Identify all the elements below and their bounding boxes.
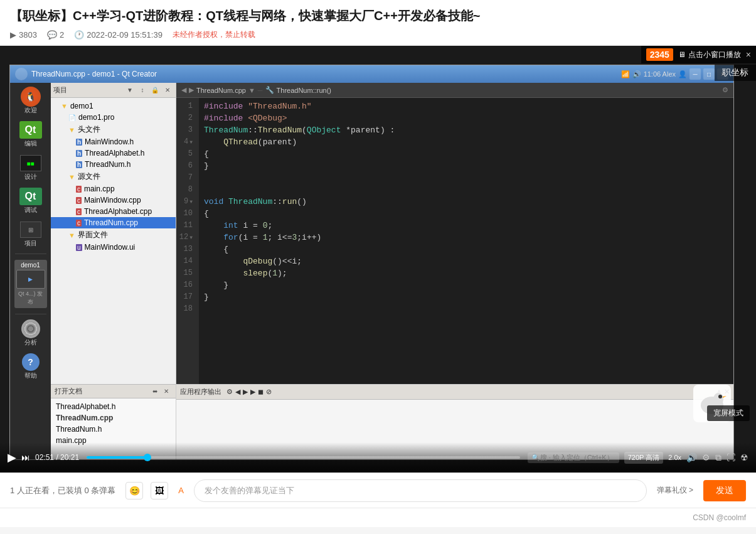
output-toolbar: 应用程序输出 ⚙ ◀ ▶ ▶ ◼ ⊘ ∧ ✕	[176, 385, 733, 400]
send-button[interactable]: 发送	[703, 480, 746, 501]
pip-ctrl[interactable]: ⧉	[715, 452, 721, 463]
search-input[interactable]	[540, 454, 615, 461]
close-2345-btn[interactable]: ×	[746, 50, 751, 60]
tree-item-main-cpp[interactable]: c main.cpp	[51, 183, 176, 195]
open-file-threadnum-cpp[interactable]: ThreadNum.cpp	[53, 412, 173, 424]
output-clear-btn[interactable]: ⊘	[266, 388, 272, 396]
widescreen-btn[interactable]: 宽屏模式	[707, 405, 750, 421]
tree-folder-source[interactable]: ▼ 源文件	[51, 170, 176, 183]
tree-root[interactable]: ▼ demo1	[51, 100, 176, 112]
filter-btn[interactable]: ▼	[124, 85, 136, 96]
nav-forward-btn[interactable]: ▶	[189, 86, 194, 94]
sidebar-help[interactable]: ? 帮助	[13, 351, 49, 383]
output-settings-icon[interactable]: ⚙	[226, 388, 233, 396]
sidebar-edit[interactable]: Qt 编辑	[13, 119, 49, 151]
output-nav-fwd[interactable]: ▶	[243, 388, 248, 396]
welcome-label: 欢迎	[24, 106, 37, 115]
ln-9: 9▼	[179, 196, 196, 208]
settings-ctrl[interactable]: ⚙	[702, 452, 710, 462]
design-label: 设计	[24, 173, 37, 181]
sidebar-project[interactable]: ⊞ 项目	[13, 218, 49, 250]
sidebar-design[interactable]: ■■ 设计	[13, 152, 49, 184]
qt-body: 🐧 欢迎 Qt 编辑 ■■	[10, 83, 733, 459]
tree-item-mainwindow-cpp[interactable]: c MainWindow.cpp	[51, 195, 176, 206]
sidebar-sep2	[15, 314, 46, 314]
emoji-icon[interactable]: 😊	[125, 482, 143, 499]
ln-18: 18	[179, 303, 196, 315]
fullscreen-ctrl[interactable]: ⛶	[727, 452, 735, 462]
tree-item-mainwindow-ui[interactable]: u MainWindow.ui	[51, 242, 176, 253]
more-ctrl[interactable]: ☢	[740, 452, 748, 462]
play-button[interactable]: ▶	[8, 451, 16, 464]
ln-12: 12▼	[179, 232, 196, 243]
ln-1: 1	[179, 100, 196, 112]
danmu-setting[interactable]: 弹幕礼仪 >	[657, 485, 693, 496]
volume-ctrl[interactable]: 🔊	[686, 452, 697, 462]
folder-ui-label: 界面文件	[78, 230, 108, 240]
ln-11: 11	[179, 220, 196, 232]
time-display: 11:06 Alex	[644, 70, 676, 78]
code-line-10: {	[204, 208, 728, 220]
ln-4: 4▼	[179, 136, 196, 148]
edit-label: 编辑	[24, 139, 37, 148]
tree-item-threadnum-h[interactable]: h ThreadNum.h	[51, 159, 176, 170]
speed-btn[interactable]: 2.0x	[668, 454, 681, 461]
progress-dot	[144, 454, 151, 461]
open-file-threadalphabet-h[interactable]: ThreadAlphabet.h	[53, 401, 173, 412]
tree-folder-header[interactable]: ▼ 头文件	[51, 123, 176, 136]
minimize-btn[interactable]: ─	[689, 68, 701, 80]
output-nav-back[interactable]: ◀	[235, 388, 240, 396]
tree-item-threadalphabet-h[interactable]: h ThreadAlphabet.h	[51, 147, 176, 159]
code-editor[interactable]: 1 2 3 4▼ 5 6 7 8 9▼ 10 11 12▼ 13 14	[176, 98, 733, 384]
tree-item-threadalphabet-cpp[interactable]: c ThreadAlphabet.cpp	[51, 206, 176, 217]
tree-item-threadnum-cpp[interactable]: c ThreadNum.cpp	[51, 217, 176, 228]
settings-btn[interactable]: ⚙	[722, 86, 728, 94]
publish-label: Qt 4...) 发布	[16, 290, 45, 306]
cpp-icon-1: c	[76, 186, 82, 193]
small-window-btn[interactable]: 🖥 点击小窗口播放	[678, 50, 741, 60]
sync-btn[interactable]: ↕	[137, 85, 148, 96]
file-tree-toolbar: 项目 ▼ ↕ 🔒 ✕	[51, 83, 176, 98]
bar-2345: 2345 🖥 点击小窗口播放 ×	[641, 46, 756, 63]
lock-btn[interactable]: 🔒	[149, 85, 161, 96]
help-icon: ?	[22, 353, 40, 371]
maximize-btn[interactable]: □	[703, 68, 715, 80]
code-content[interactable]: #include "ThreadNum.h" #include <QDebug>…	[199, 98, 733, 384]
folder-header-label: 头文件	[78, 124, 100, 135]
progress-bar[interactable]	[87, 456, 520, 459]
qt-creator-window: ThreadNum.cpp - demo1 - Qt Creator 📶 🔊 1…	[9, 65, 734, 460]
open-file-threadnum-h[interactable]: ThreadNum.h	[53, 424, 173, 435]
open-files-filter[interactable]: ⬌	[149, 386, 161, 397]
comment-input[interactable]: 发个友善的弹幕见证当下	[194, 479, 647, 502]
ln-8: 8	[179, 184, 196, 196]
output-play-btn[interactable]: ▶	[250, 388, 255, 396]
close-panel-btn[interactable]: ✕	[162, 85, 173, 96]
ln-10: 10	[179, 208, 196, 220]
meta-bar: ▶ 3803 💬 2 🕐 2022-02-09 15:51:39 未经作者授权，…	[10, 29, 746, 40]
cpp-icon-2: c	[76, 197, 82, 204]
sidebar-sep	[15, 254, 46, 254]
code-line-18	[204, 303, 728, 315]
demo-preview: ▶	[16, 270, 45, 289]
threadnum-h-label: ThreadNum.h	[85, 160, 130, 169]
next-button[interactable]: ⏭	[21, 452, 30, 462]
sidebar-analyze[interactable]: 分析	[13, 318, 49, 350]
quality-btn[interactable]: 720P 高清	[624, 452, 664, 464]
output-stop-btn[interactable]: ◼	[258, 388, 264, 396]
project-icon: ⊞	[20, 222, 41, 238]
date-meta: 🕐 2022-02-09 15:51:39	[74, 30, 162, 40]
open-files-close[interactable]: ✕	[161, 386, 172, 397]
code-line-9: void ThreadNum::run()	[204, 196, 728, 208]
time-display: 02:51 / 20:21	[35, 453, 79, 462]
tree-item-mainwindow-h[interactable]: h MainWindow.h	[51, 136, 176, 147]
sidebar-welcome[interactable]: 🐧 欢迎	[13, 85, 49, 117]
tree-item-pro[interactable]: 📄 demo1.pro	[51, 112, 176, 123]
sidebar-debug[interactable]: Qt 调试	[13, 185, 49, 217]
image-icon[interactable]: 🖼	[151, 482, 168, 499]
tree-folder-ui[interactable]: ▼ 界面文件	[51, 228, 176, 242]
code-line-16: }	[204, 279, 728, 291]
nav-back-btn[interactable]: ◀	[181, 86, 186, 94]
code-line-12: for(i = 1; i<=3;i++)	[204, 232, 728, 243]
ln-5: 5	[179, 148, 196, 160]
editor-toolbar: ◀ ▶ ThreadNum.cpp ▼ ─ 🔧 ThreadNum::run()…	[176, 83, 733, 98]
